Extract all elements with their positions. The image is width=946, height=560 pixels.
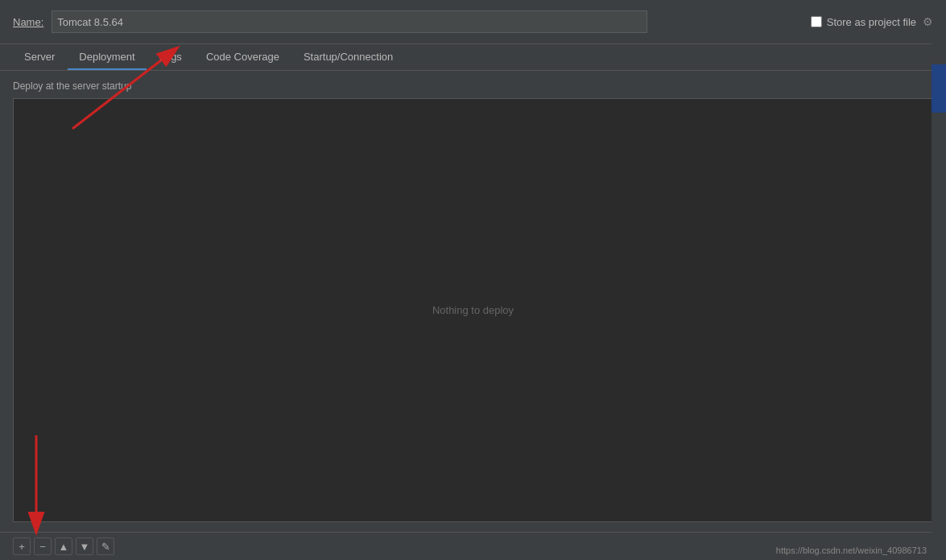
tab-logs[interactable]: Logs xyxy=(148,44,193,70)
up-button[interactable]: ▲ xyxy=(55,537,72,555)
store-project-checkbox[interactable] xyxy=(811,16,822,27)
content-area: Deploy at the server startup Nothing to … xyxy=(0,71,946,532)
tab-bar: Server Deployment Logs Code Coverage Sta… xyxy=(0,44,946,71)
tab-code-coverage[interactable]: Code Coverage xyxy=(195,44,291,70)
edit-button[interactable]: ✎ xyxy=(97,537,114,555)
empty-message: Nothing to deploy xyxy=(432,304,514,316)
name-label: Name: xyxy=(13,16,43,28)
tab-startup-connection[interactable]: Startup/Connection xyxy=(292,44,404,70)
section-label: Deploy at the server startup xyxy=(13,80,933,92)
store-project-container: Store as project file ⚙ xyxy=(811,15,933,28)
deploy-table: Nothing to deploy xyxy=(13,98,933,522)
right-bar xyxy=(932,0,946,560)
tab-server[interactable]: Server xyxy=(13,44,66,70)
down-button[interactable]: ▼ xyxy=(76,537,93,555)
top-bar: Name: Store as project file ⚙ xyxy=(0,0,946,44)
footer-url: https://blog.csdn.net/weixin_40986713 xyxy=(776,546,927,555)
remove-button[interactable]: − xyxy=(34,537,52,555)
main-container: Name: Store as project file ⚙ Server Dep… xyxy=(0,0,946,560)
name-input[interactable] xyxy=(52,10,647,33)
store-project-label[interactable]: Store as project file xyxy=(827,16,916,28)
tab-deployment[interactable]: Deployment xyxy=(68,44,146,70)
right-bar-accent xyxy=(932,64,946,113)
add-button[interactable]: + xyxy=(13,537,31,555)
